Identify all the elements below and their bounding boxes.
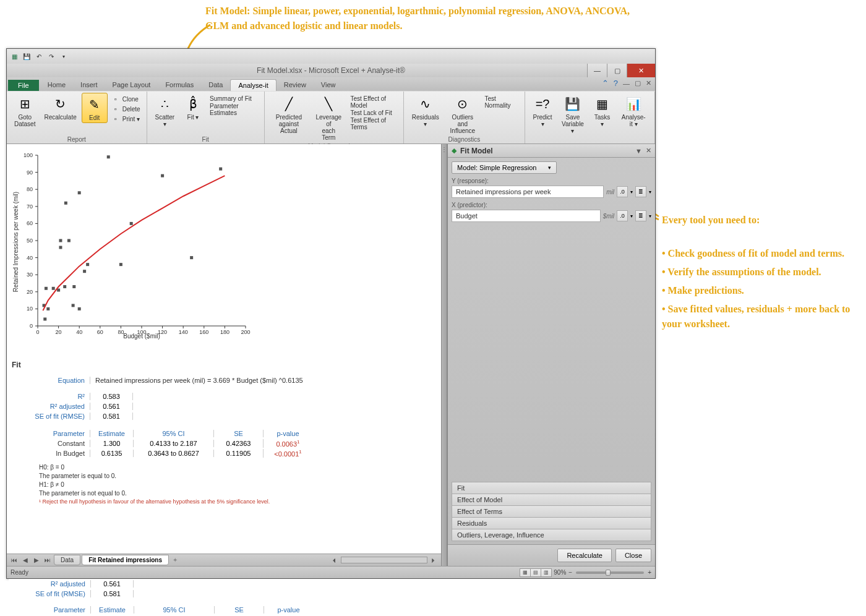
redo-icon[interactable]: ↷ xyxy=(46,51,56,61)
outliers-button[interactable]: ⊙Outliers andInfluence xyxy=(444,93,481,135)
hscroll-left[interactable]: ⏴ xyxy=(330,557,340,563)
svg-text:20: 20 xyxy=(27,289,33,295)
help-icon[interactable]: ? xyxy=(614,79,618,88)
hscroll-track[interactable] xyxy=(341,557,427,563)
svg-text:100: 100 xyxy=(24,152,33,158)
section-effect-of-model[interactable]: Effect of Model xyxy=(452,494,651,506)
status-ready: Ready xyxy=(11,569,28,576)
fit-button[interactable]: β̂Fit ▾ xyxy=(180,93,206,122)
svg-text:160: 160 xyxy=(199,329,208,335)
y-numeric-icon[interactable]: .0 xyxy=(617,186,628,197)
tab-analyse-it[interactable]: Analyse-it xyxy=(230,79,276,91)
leverage-icon: ╲ xyxy=(320,95,337,113)
section-effect-of-terms[interactable]: Effect of Terms xyxy=(452,505,651,518)
svg-rect-57 xyxy=(72,304,75,307)
close-button[interactable]: ✕ xyxy=(627,64,655,77)
doc-close-icon[interactable]: ✕ xyxy=(646,79,651,87)
clone-button[interactable]: ▫Clone xyxy=(109,94,143,104)
tab-insert[interactable]: Insert xyxy=(73,79,105,91)
delete-icon: ▫ xyxy=(111,105,120,113)
svg-text:10: 10 xyxy=(27,306,33,312)
x-input[interactable]: Budget xyxy=(452,210,601,222)
save-variable-button[interactable]: 💾SaveVariable ▾ xyxy=(558,93,588,135)
summary-of-fit-button[interactable]: Summary of Fit xyxy=(207,95,260,102)
taskpane-close-icon[interactable]: ✕ xyxy=(646,147,651,155)
tab-page-layout[interactable]: Page Layout xyxy=(105,79,158,91)
parameter-estimates-button[interactable]: Parameter Estimates xyxy=(207,103,260,116)
titlebar: Fit Model.xlsx - Microsoft Excel + Analy… xyxy=(7,64,655,77)
test-normality-button[interactable]: Test Normality xyxy=(482,95,520,109)
test-effect-of-terms-button[interactable]: Test Effect of Terms xyxy=(348,117,400,130)
x-list-icon[interactable]: ≣ xyxy=(635,210,646,221)
test-lack-of-fit-button[interactable]: Test Lack of Fit xyxy=(348,109,400,116)
doc-restore-icon[interactable]: ▢ xyxy=(635,79,641,87)
y-input[interactable]: Retained impressions per week xyxy=(452,186,604,198)
pane-splitter[interactable]: ⋮ xyxy=(441,144,447,566)
analyse-it-button[interactable]: 📊Analyse-it ▾ xyxy=(616,93,651,129)
sheet-nav-last[interactable]: ⏭ xyxy=(43,557,53,563)
doc-minimize-icon[interactable]: — xyxy=(623,80,630,87)
residuals-button[interactable]: ∿Residuals ▾ xyxy=(408,93,443,129)
delete-button[interactable]: ▫Delete xyxy=(109,104,143,114)
model-select[interactable]: Model: Simple Regression▾ xyxy=(452,161,557,174)
duplicate-fragment: R² adjusted0.561 SE of fit (RMSE)0.581 P… xyxy=(9,579,658,615)
zoom-in-icon[interactable]: + xyxy=(648,569,651,576)
zoom-out-icon[interactable]: − xyxy=(568,569,572,576)
tab-data[interactable]: Data xyxy=(201,79,230,91)
sheet-nav-next[interactable]: ▶ xyxy=(32,557,41,563)
tasks-button[interactable]: ▦Tasks ▾ xyxy=(589,93,615,129)
view-normal-icon[interactable]: ▦ xyxy=(520,568,531,577)
test-effect-of-model-button[interactable]: Test Effect of Model xyxy=(348,95,400,109)
predict-button[interactable]: =?Predict ▾ xyxy=(529,93,557,129)
x-label: X (predictor): xyxy=(452,202,651,208)
save-icon[interactable]: 💾 xyxy=(22,51,32,61)
file-tab[interactable]: File xyxy=(8,80,39,91)
svg-rect-58 xyxy=(72,285,75,288)
undo-icon[interactable]: ↶ xyxy=(34,51,44,61)
view-pagebreak-icon[interactable]: ▥ xyxy=(541,568,552,577)
recalculate-button[interactable]: ↻Recalculate xyxy=(40,93,80,122)
svg-text:80: 80 xyxy=(118,329,124,335)
sheet-tab-fit-retained-impressions[interactable]: Fit Retained impressions xyxy=(82,555,169,565)
svg-rect-47 xyxy=(43,317,46,320)
print-icon: ▫ xyxy=(111,114,120,123)
svg-rect-61 xyxy=(83,270,86,273)
sheet-nav-prev[interactable]: ◀ xyxy=(20,557,30,563)
section-outliers-leverage-influence[interactable]: Outliers, Leverage, Influence xyxy=(452,529,651,541)
leverage-button[interactable]: ╲Leverage ofeach Term xyxy=(311,93,346,142)
tab-review[interactable]: Review xyxy=(277,79,314,91)
qat-dropdown-icon[interactable]: ▾ xyxy=(59,51,69,61)
tab-home[interactable]: Home xyxy=(40,79,73,91)
goto-dataset-button[interactable]: ⊞GotoDataset xyxy=(11,93,39,129)
save-variable-icon: 💾 xyxy=(564,95,581,113)
svg-text:120: 120 xyxy=(158,329,167,335)
new-sheet-icon[interactable]: ✦ xyxy=(173,557,178,563)
edit-button[interactable]: ✎Edit xyxy=(82,93,108,123)
hscroll-right[interactable]: ⏵ xyxy=(429,557,439,563)
tab-formulas[interactable]: Formulas xyxy=(158,79,201,91)
scatter-button[interactable]: ∴Scatter ▾ xyxy=(151,93,179,129)
svg-rect-68 xyxy=(219,168,222,171)
recalculate-button[interactable]: Recalculate xyxy=(557,549,611,562)
view-layout-icon[interactable]: ▤ xyxy=(530,568,541,577)
tab-view[interactable]: View xyxy=(314,79,343,91)
section-residuals[interactable]: Residuals xyxy=(452,517,651,529)
predicted-actual-button[interactable]: ╱Predictedagainst Actual xyxy=(268,93,310,135)
zoom-slider[interactable] xyxy=(576,571,644,574)
worksheet-body[interactable]: Budget ($mil) Retained Impressions per w… xyxy=(7,144,441,554)
maximize-button[interactable]: ▢ xyxy=(607,64,627,77)
x-numeric-icon[interactable]: .0 xyxy=(617,210,628,221)
minimize-button[interactable]: — xyxy=(587,64,607,77)
y-list-icon[interactable]: ≣ xyxy=(635,186,646,197)
sheet-nav-first[interactable]: ⏮ xyxy=(9,557,19,563)
svg-text:0: 0 xyxy=(30,323,33,329)
section-fit[interactable]: Fit xyxy=(452,482,651,494)
svg-rect-49 xyxy=(46,307,49,310)
print-button[interactable]: ▫Print ▾ xyxy=(109,114,143,124)
close-panel-button[interactable]: Close xyxy=(615,549,651,562)
sheet-tab-data[interactable]: Data xyxy=(54,555,80,565)
ribbon-minimize-icon[interactable]: ⌃ xyxy=(602,79,609,88)
zoom-level[interactable]: 90% xyxy=(554,569,566,576)
taskpane-dropdown-icon[interactable]: ▼ xyxy=(635,147,642,155)
svg-text:60: 60 xyxy=(27,220,33,226)
